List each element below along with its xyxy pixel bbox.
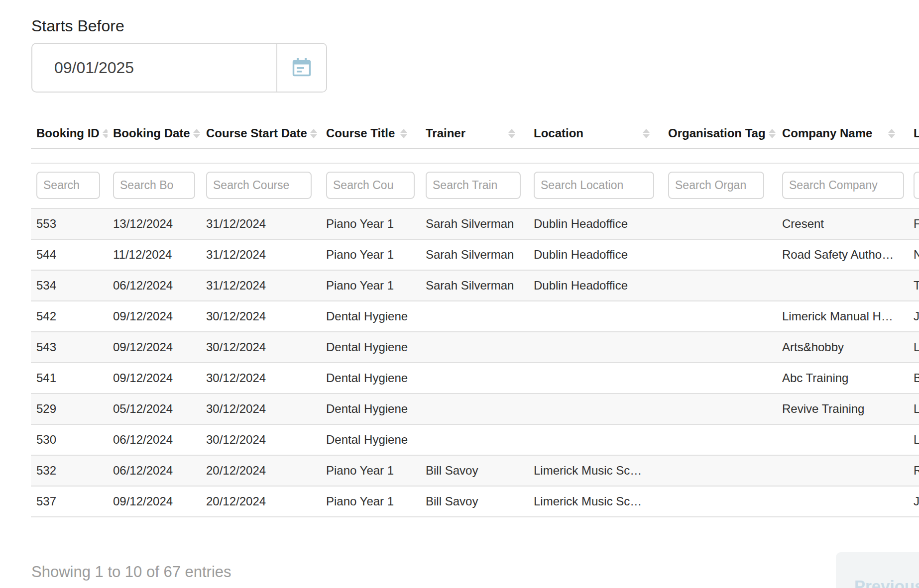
- cell: Dental Hygiene: [321, 301, 420, 332]
- previous-button[interactable]: Previous: [836, 552, 919, 588]
- cell: Ro: [908, 455, 919, 486]
- cell: 553: [31, 208, 108, 239]
- column-header-trainer[interactable]: Trainer: [420, 120, 528, 149]
- starts-before-date-input[interactable]: [32, 44, 276, 92]
- column-label: Organisation Tag: [668, 126, 766, 140]
- table-row: 54209/12/202430/12/2024Dental HygieneLim…: [31, 301, 919, 332]
- column-label: Booking Date: [113, 126, 190, 140]
- cell: [663, 270, 777, 301]
- search-cell-booking-id: [31, 163, 108, 208]
- cell: Road Safety Autho…: [777, 239, 908, 270]
- cell: Arts&hobby: [777, 332, 908, 363]
- column-header-organisation-tag[interactable]: Organisation Tag: [663, 120, 777, 149]
- column-search-input-company-name[interactable]: [782, 172, 904, 199]
- column-search-input-trainer[interactable]: [426, 172, 521, 199]
- cell: [528, 393, 663, 424]
- cell: Te: [908, 270, 919, 301]
- cell: [420, 332, 528, 363]
- cell: N: [908, 239, 919, 270]
- bookings-table: Booking IDBooking DateCourse Start DateC…: [31, 120, 919, 517]
- column-label: Trainer: [426, 126, 465, 140]
- cell: Dublin Headoffice: [528, 208, 663, 239]
- cell: [777, 424, 908, 455]
- column-header-course-start-date[interactable]: Course Start Date: [201, 120, 321, 149]
- column-header-location[interactable]: Location: [528, 120, 663, 149]
- column-header-company-name[interactable]: Company Name: [777, 120, 908, 149]
- cell: [663, 486, 777, 517]
- calendar-button[interactable]: [276, 44, 326, 92]
- search-cell-company-name: [777, 163, 908, 208]
- cell: 30/12/2024: [201, 301, 321, 332]
- cell: Piano Year 1: [321, 270, 420, 301]
- cell: Li: [908, 424, 919, 455]
- cell: 537: [31, 486, 108, 517]
- cell: 06/12/2024: [108, 455, 201, 486]
- cell: 13/12/2024: [108, 208, 201, 239]
- search-cell-location: [528, 163, 663, 208]
- table-row: 54109/12/202430/12/2024Dental HygieneAbc…: [31, 363, 919, 393]
- starts-before-filter: Starts Before: [31, 17, 327, 93]
- table-head: Booking IDBooking DateCourse Start DateC…: [31, 120, 919, 208]
- table-row: 55313/12/202431/12/2024Piano Year 1Sarah…: [31, 208, 919, 239]
- cell: [777, 486, 908, 517]
- cell: 31/12/2024: [201, 270, 321, 301]
- calendar-icon: [291, 56, 313, 80]
- cell: Dublin Headoffice: [528, 270, 663, 301]
- cell: 09/12/2024: [108, 332, 201, 363]
- cell: 541: [31, 363, 108, 393]
- column-search-row: [31, 163, 919, 208]
- column-label: Booking ID: [36, 126, 100, 140]
- cell: Limerick Music Sc…: [528, 486, 663, 517]
- cell: 05/12/2024: [108, 393, 201, 424]
- column-search-input-le[interactable]: [914, 172, 919, 199]
- cell: 20/12/2024: [201, 486, 321, 517]
- search-cell-course-start-date: [201, 163, 321, 208]
- cell: Dental Hygiene: [321, 332, 420, 363]
- cell: Sarah Silverman: [420, 270, 528, 301]
- search-cell-course-title: [321, 163, 420, 208]
- cell: Piano Year 1: [321, 208, 420, 239]
- table-row: 53006/12/202430/12/2024Dental HygieneLi: [31, 424, 919, 455]
- cell: 31/12/2024: [201, 239, 321, 270]
- cell: [420, 363, 528, 393]
- search-cell-organisation-tag: [663, 163, 777, 208]
- column-header-le[interactable]: Le: [908, 120, 919, 149]
- column-header-course-title[interactable]: Course Title: [321, 120, 420, 149]
- cell: Bi: [908, 363, 919, 393]
- cell: Bill Savoy: [420, 455, 528, 486]
- column-search-input-course-start-date[interactable]: [206, 172, 312, 199]
- cell: [777, 270, 908, 301]
- cell: 09/12/2024: [108, 363, 201, 393]
- cell: 06/12/2024: [108, 424, 201, 455]
- column-header-row: Booking IDBooking DateCourse Start DateC…: [31, 120, 919, 149]
- cell: [420, 424, 528, 455]
- cell: 06/12/2024: [108, 270, 201, 301]
- cell: Sarah Silverman: [420, 208, 528, 239]
- cell: [663, 424, 777, 455]
- cell: 11/12/2024: [108, 239, 201, 270]
- search-cell-le: [908, 163, 919, 208]
- cell: Piano Year 1: [321, 239, 420, 270]
- cell: Piano Year 1: [321, 486, 420, 517]
- sort-arrows-icon: [769, 129, 776, 138]
- column-search-input-course-title[interactable]: [326, 172, 415, 199]
- cell: [777, 455, 908, 486]
- column-header-booking-date[interactable]: Booking Date: [108, 120, 201, 149]
- cell: [528, 363, 663, 393]
- cell: [528, 301, 663, 332]
- header-spacer-row: [31, 149, 919, 163]
- column-header-booking-id[interactable]: Booking ID: [31, 120, 108, 149]
- column-search-input-booking-date[interactable]: [113, 172, 195, 199]
- cell: Limerick Music Sc…: [528, 455, 663, 486]
- column-search-input-location[interactable]: [534, 172, 654, 199]
- column-search-input-booking-id[interactable]: [36, 172, 100, 199]
- sort-arrows-icon: [643, 129, 650, 138]
- sort-arrows-icon: [888, 129, 895, 138]
- column-search-input-organisation-tag[interactable]: [668, 172, 764, 199]
- cell: Cresent: [777, 208, 908, 239]
- cell: Revive Training: [777, 393, 908, 424]
- sort-arrows-icon: [508, 129, 515, 138]
- cell: 543: [31, 332, 108, 363]
- column-label: Location: [534, 126, 583, 140]
- cell: [528, 424, 663, 455]
